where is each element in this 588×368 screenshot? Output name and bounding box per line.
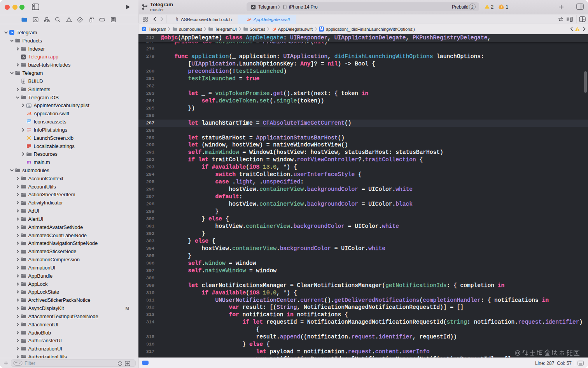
svg-text:m: m: [27, 159, 31, 165]
